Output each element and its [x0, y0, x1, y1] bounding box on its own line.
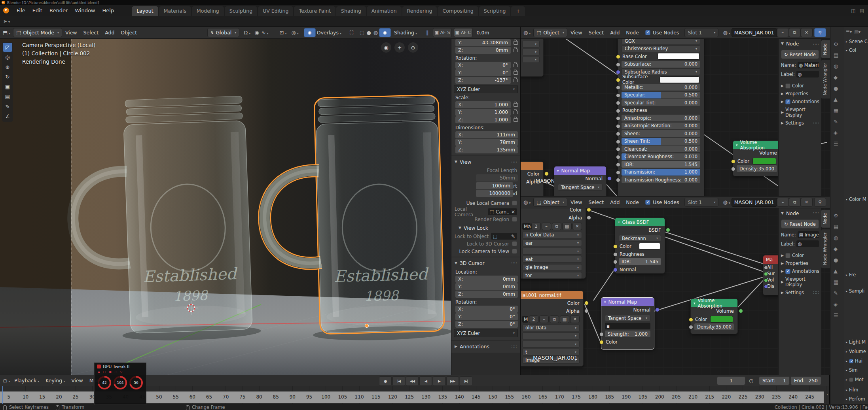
ruler-frame-number[interactable]: 160 [521, 394, 532, 400]
partial-node[interactable]: ▾ ▾ ▾ [521, 38, 544, 77]
shader-menu-item[interactable]: Add [607, 30, 623, 36]
input-socket[interactable] [616, 62, 620, 67]
node-slider[interactable]: Metallic:0.000 [622, 84, 700, 91]
cut-panel-row[interactable]: ▸ Perfom [846, 396, 865, 402]
viewport-menu-item[interactable]: Add [102, 30, 118, 36]
ruler-frame-number[interactable]: 240 [788, 394, 799, 400]
ruler-frame-number[interactable]: 20 [53, 394, 64, 400]
playback-button[interactable]: |◀ [392, 376, 405, 386]
proportional-falloff-icon[interactable]: ∿▾ [260, 30, 270, 36]
input-socket[interactable] [616, 147, 620, 151]
color-swatch[interactable] [658, 53, 699, 60]
menu-item[interactable]: File [13, 8, 29, 13]
volume-absorption-node[interactable]: ▾Volume Absorption Volume Color Density:… [690, 299, 738, 334]
use-nodes-checkbox[interactable] [645, 200, 650, 205]
input-socket[interactable] [616, 78, 620, 82]
cursor-rotation-field[interactable]: Y:0° [455, 313, 518, 320]
cut-panel-row[interactable]: ▸ Sim [846, 367, 858, 373]
panel-checkbox[interactable] [849, 359, 853, 363]
viewport-menu-item[interactable]: Object [118, 30, 140, 36]
shader-menu-item[interactable]: View [567, 199, 586, 205]
cursor-rotation-order-dropdown[interactable]: XYZ Euler▾ [454, 329, 518, 337]
ruler-frame-number[interactable]: 120 [387, 394, 398, 400]
menu-item[interactable]: Render [46, 8, 71, 13]
workspace-tab[interactable]: Materials [159, 6, 191, 16]
keying-menu[interactable]: Keying▾ [42, 378, 68, 384]
orientation-dropdown[interactable]: ↯ Global▾ [207, 28, 239, 37]
cursor-location-field[interactable]: X:0mm [455, 276, 518, 283]
view-lock-header[interactable]: ▼View Lock [451, 223, 520, 232]
tool-button[interactable]: ✎ [3, 102, 12, 111]
properties-tab-icon[interactable]: ◍ [834, 235, 838, 241]
node-dropdown[interactable]: n-Color Data▾ [522, 232, 582, 238]
scale-field[interactable]: Z:1.000 [455, 116, 511, 123]
node-slider[interactable]: Clearcoat:0.000 [622, 145, 700, 152]
shader-menu-item[interactable]: Add [607, 199, 623, 205]
node-input-row[interactable]: Metallic:0.000 [622, 84, 700, 91]
workspace-tab[interactable]: Texture Paint [294, 6, 335, 16]
cursor-panel-header[interactable]: ▼3D Cursor∷∷ [451, 258, 520, 268]
material-name-field[interactable]: MASON_JAR.001 [732, 28, 777, 37]
ruler-frame-number[interactable]: 170 [554, 394, 565, 400]
tangent-space-dropdown[interactable]: Tangent Space▾ [605, 315, 650, 321]
input-socket[interactable] [616, 162, 620, 167]
node-slider[interactable]: Specular Tint:0.000 [622, 99, 700, 106]
lock-to-object-field[interactable]: ⬚✎ [491, 233, 517, 240]
overlays-dropdown[interactable]: Overlays▾ [316, 30, 345, 36]
display-mode-icon[interactable]: ▤▾ [854, 29, 860, 34]
node-input-row[interactable]: Subsurface:0.000 [622, 61, 700, 68]
sidebar-collapse-row[interactable]: ▶ Color [779, 82, 821, 90]
use-nodes-checkbox[interactable] [645, 30, 650, 35]
properties-tab-icon[interactable]: ◆ [834, 246, 838, 252]
node-input-row[interactable]: Clearcoat Roughness:0.030 [622, 153, 700, 160]
properties-tab-icon[interactable]: ◆ [834, 74, 838, 80]
input-socket[interactable] [616, 85, 620, 90]
blender-menu-icon[interactable] [3, 8, 9, 13]
sidebar-collapse-row[interactable]: ▶ Viewport Display [779, 275, 821, 289]
ruler-frame-number[interactable]: 15 [37, 394, 48, 400]
material-output-node[interactable]: Ma All Sur Vol Dis [763, 255, 780, 295]
snap-magnet-icon[interactable]: Ω▾ [243, 30, 252, 36]
shading-material-icon[interactable]: ◍ [372, 30, 379, 36]
lock-icon[interactable] [514, 64, 518, 67]
properties-tab-icon[interactable]: ✎ [834, 119, 838, 125]
cursor-rotation-field[interactable]: Z:0° [455, 321, 518, 328]
viewport-canvas[interactable]: Established 1898 Established [0, 39, 521, 375]
lock-icon[interactable] [514, 118, 518, 122]
shading-dropdown[interactable]: Shading▾ [391, 30, 420, 36]
workspace-tab[interactable]: Animation [367, 6, 402, 16]
volume-absorption-node[interactable]: ▾Volume Absorption Volume Color Density:… [733, 140, 781, 176]
node-input-row[interactable]: Sheen:0.000 [622, 130, 700, 137]
shader-menu-item[interactable]: View [567, 30, 586, 36]
ruler-frame-number[interactable]: 175 [570, 394, 582, 400]
cut-panel-row[interactable]: ▸ Scene C [846, 39, 868, 44]
filter-icon[interactable]: ☰▾ [846, 29, 852, 34]
menu-item[interactable]: Window [71, 8, 99, 13]
node-input-row[interactable]: Sheen Tint:0.500 [622, 138, 700, 145]
shader-type-dropdown[interactable]: ⬚ Object▾ [533, 198, 567, 207]
rotation-order-dropdown[interactable]: XYZ Euler▾ [454, 85, 518, 93]
pin-button[interactable]: ⚲ [814, 28, 826, 37]
location-field[interactable]: Z:0mm [455, 47, 511, 54]
cut-panel-row[interactable]: ▸ Fre [846, 272, 856, 278]
node-input-row[interactable]: Specular:0.500 [622, 92, 700, 98]
node-panel-header[interactable]: ▼Node∷∷ [779, 208, 821, 218]
ruler-frame-number[interactable]: 195 [637, 394, 648, 400]
shading-solid-icon[interactable]: ● [365, 30, 372, 36]
scale-field[interactable]: X:1.000 [455, 101, 511, 108]
panel-checkbox[interactable] [849, 378, 853, 382]
tool-button[interactable]: ▤ [3, 92, 12, 101]
annotations-panel-header[interactable]: ▶Annotations∷∷ [451, 342, 520, 351]
tool-button[interactable]: ↻ [3, 72, 12, 81]
node-slider[interactable]: Sheen Tint:0.500 [622, 138, 700, 145]
sidebar-collapse-row[interactable]: ▶ Color [779, 251, 821, 259]
sidebar-collapse-row[interactable]: ▶ Viewport Display [779, 106, 821, 119]
input-socket[interactable] [616, 140, 620, 144]
node-dropdown[interactable]: ▾ [522, 341, 580, 348]
input-socket[interactable] [616, 155, 620, 159]
menu-item[interactable]: Help [99, 8, 118, 13]
dimension-field[interactable]: Z:135mm [455, 146, 518, 153]
ruler-frame-number[interactable]: 200 [654, 394, 665, 400]
shading-rendered-icon[interactable]: ◉ [379, 28, 391, 37]
node-input-row[interactable]: Clearcoat:0.000 [622, 145, 700, 152]
